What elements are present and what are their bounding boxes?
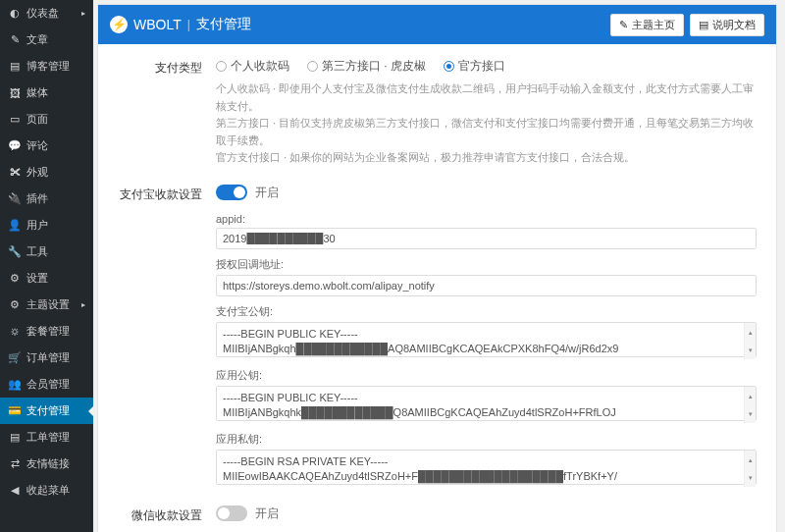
menu-icon: 💳 [8,404,22,418]
chevron-up-icon[interactable]: ▴ [745,387,756,405]
pay-type-radio-1[interactable]: 第三方接口 · 虎皮椒 [307,58,426,75]
theme-home-button[interactable]: ✎主题主页 [610,14,684,36]
sidebar-item-label: 套餐管理 [26,324,70,339]
menu-icon: 👤 [8,219,22,233]
brand-name: WBOLT [133,17,182,32]
chevron-up-icon[interactable]: ▴ [745,323,756,342]
alipay-toggle[interactable] [216,185,247,200]
sidebar-item-0[interactable]: ◐仪表盘▸ [0,0,93,27]
menu-icon: ◀ [8,484,22,498]
radio-label: 第三方接口 · 虎皮椒 [322,58,426,75]
pay-type-description: 个人收款码 · 即使用个人支付宝及微信支付生成收款二维码，用户扫码手动输入金额支… [216,80,757,167]
chevron-down-icon[interactable]: ▾ [745,404,756,423]
sidebar-item-label: 工单管理 [26,430,70,445]
callback-input[interactable] [216,275,757,296]
sidebar-item-14[interactable]: 👥会员管理 [0,371,93,398]
panel-header: ⚡ WBOLT | 支付管理 ✎主题主页 ▤说明文档 [98,5,776,44]
radio-icon [444,61,454,72]
pay-type-radio-2[interactable]: 官方接口 [444,58,505,75]
sidebar-item-2[interactable]: ▤博客管理 [0,53,93,80]
sidebar-item-13[interactable]: 🛒订单管理 [0,345,93,371]
menu-icon: 💬 [8,139,22,153]
brush-icon: ✎ [619,19,628,31]
bolt-icon: ⚡ [110,16,128,33]
menu-icon: 🖾 [8,86,22,100]
menu-icon: ⚙ [8,272,22,286]
pay-type-radio-0[interactable]: 个人收款码 [216,58,289,75]
sidebar-item-label: 页面 [26,112,48,127]
doc-icon: ▤ [699,19,708,31]
chevron-down-icon[interactable]: ▾ [745,341,756,359]
sidebar-item-label: 用户 [26,218,48,233]
main-content: ⚡ WBOLT | 支付管理 ✎主题主页 ▤说明文档 支付类型 个人收款码第三方… [93,0,785,532]
docs-button[interactable]: ▤说明文档 [690,14,764,36]
submenu-indicator-icon: ▸ [81,9,85,18]
admin-sidebar: ◐仪表盘▸✎文章▤博客管理🖾媒体▭页面💬评论✀外观🔌插件👤用户🔧工具⚙设置⚙主题… [0,0,93,532]
sidebar-item-6[interactable]: ✀外观 [0,159,93,186]
menu-icon: ▭ [8,113,22,127]
sidebar-item-8[interactable]: 👤用户 [0,212,93,239]
menu-icon: 👥 [8,378,22,392]
radio-icon [307,61,318,72]
sidebar-item-9[interactable]: 🔧工具 [0,239,93,265]
appid-label: appid: [216,213,757,225]
sidebar-item-label: 评论 [26,138,48,153]
sidebar-item-label: 订单管理 [26,350,70,365]
sidebar-item-label: 友情链接 [26,456,70,471]
sidebar-item-label: 收起菜单 [26,483,70,498]
menu-icon: ✀ [8,166,22,180]
appid-input[interactable] [216,228,757,249]
alipay-pubkey-textarea[interactable]: -----BEGIN PUBLIC KEY----- MIIBIjANBgkqh… [216,322,757,357]
alipay-toggle-label: 开启 [255,186,279,199]
callback-label: 授权回调地址: [216,257,757,272]
radio-icon [216,61,227,72]
sidebar-item-10[interactable]: ⚙设置 [0,265,93,292]
menu-icon: 🔌 [8,192,22,206]
pay-type-radios: 个人收款码第三方接口 · 虎皮椒官方接口 [216,58,757,75]
sidebar-item-5[interactable]: 💬评论 [0,133,93,159]
sidebar-item-17[interactable]: ⇄友情链接 [0,451,93,477]
app-pubkey-label: 应用公钥: [216,368,757,383]
sidebar-item-label: 设置 [26,271,48,286]
sidebar-item-15[interactable]: 💳支付管理 [0,398,93,424]
menu-icon: ⇄ [8,457,22,471]
menu-icon: ◐ [8,7,22,21]
app-privkey-textarea[interactable]: -----BEGIN RSA PRIVATE KEY----- MIIEowIB… [216,450,757,485]
sidebar-item-3[interactable]: 🖾媒体 [0,80,93,106]
wechat-toggle-label: 开启 [255,506,279,520]
sidebar-item-label: 插件 [26,191,48,206]
stepper[interactable]: ▴▾ [744,323,756,359]
sidebar-item-label: 外观 [26,165,48,180]
sidebar-item-1[interactable]: ✎文章 [0,27,93,53]
menu-icon: ⚙ [8,298,22,312]
sidebar-item-18[interactable]: ◀收起菜单 [0,477,93,504]
chevron-down-icon[interactable]: ▾ [745,468,756,487]
sidebar-item-12[interactable]: ⛭套餐管理 [0,318,93,345]
alipay-pubkey-label: 支付宝公钥: [216,304,757,319]
sidebar-item-label: 会员管理 [26,377,70,392]
wechat-toggle[interactable] [216,505,247,521]
stepper[interactable]: ▴▾ [744,451,756,487]
sidebar-item-11[interactable]: ⚙主题设置▸ [0,292,93,318]
page-title: 支付管理 [196,16,251,33]
wechat-section-label: 微信收款设置 [118,505,216,524]
stepper[interactable]: ▴▾ [744,387,756,423]
sidebar-item-4[interactable]: ▭页面 [0,106,93,133]
menu-icon: ▤ [8,431,22,445]
radio-label: 官方接口 [458,58,505,75]
app-pubkey-textarea[interactable]: -----BEGIN PUBLIC KEY----- MIIBIjANBgkqh… [216,386,757,421]
separator: | [187,18,190,31]
sidebar-item-label: 仪表盘 [26,6,59,21]
submenu-indicator-icon: ▸ [81,300,85,309]
menu-icon: 🔧 [8,245,22,259]
menu-icon: ▤ [8,60,22,74]
sidebar-item-label: 工具 [26,244,48,259]
chevron-up-icon[interactable]: ▴ [745,451,756,469]
sidebar-item-7[interactable]: 🔌插件 [0,186,93,212]
menu-icon: ⛭ [8,325,22,339]
menu-icon: 🛒 [8,351,22,365]
sidebar-item-label: 博客管理 [26,59,70,74]
alipay-section-label: 支付宝收款设置 [118,185,216,203]
sidebar-item-16[interactable]: ▤工单管理 [0,424,93,451]
menu-icon: ✎ [8,33,22,47]
